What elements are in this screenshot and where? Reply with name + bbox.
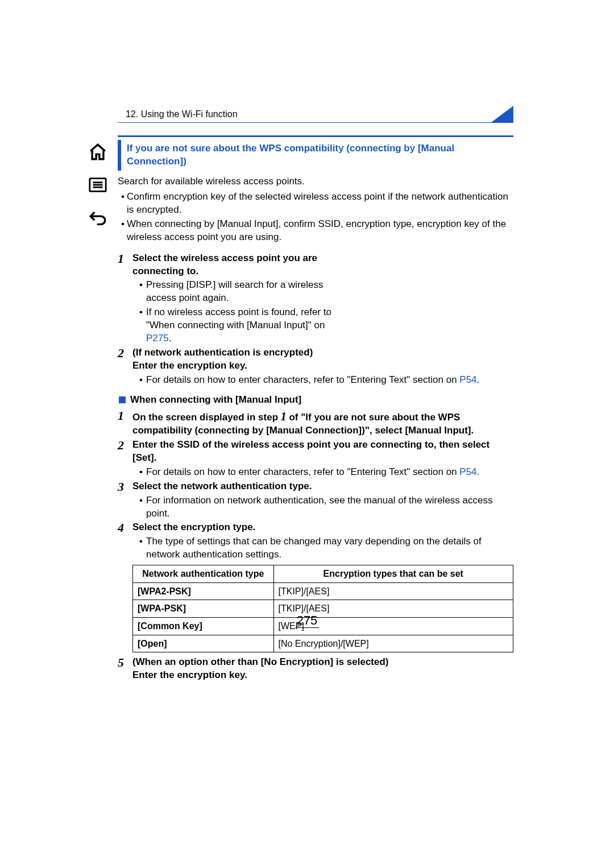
- table-row: [Open][No Encryption]/[WEP]: [133, 635, 513, 652]
- step-item: 1 Select the wireless access point you a…: [118, 252, 513, 346]
- toc-icon[interactable]: [88, 175, 107, 195]
- bullet-text: When connecting by [Manual Input], confi…: [127, 218, 513, 244]
- step-title: On the screen displayed in step 1 of "If…: [132, 409, 513, 437]
- step-title: Select the encryption type.: [132, 521, 513, 534]
- sub-text: If no wireless access point is found, re…: [146, 306, 343, 345]
- sub-text: For information on network authenticatio…: [146, 494, 513, 520]
- step-title-line: (If network authentication is encrypted): [132, 346, 513, 359]
- step-title-line: Enter the encryption key.: [132, 359, 513, 373]
- step-title-line: Enter the encryption key.: [132, 669, 513, 682]
- step-number: 3: [118, 480, 132, 520]
- step-number: 5: [118, 656, 132, 682]
- chapter-label: 12. Using the Wi-Fi function: [126, 108, 238, 121]
- nav-sidebar: [88, 142, 111, 241]
- heading-text: When connecting with [Manual Input]: [130, 394, 301, 407]
- step-title: Select the network authentication type.: [132, 480, 513, 493]
- step-item: 4 Select the encryption type. •The type …: [118, 521, 513, 561]
- step-item: 5 (When an option other than [No Encrypt…: [118, 656, 513, 682]
- intro-text: Search for available wireless access poi…: [118, 175, 513, 188]
- step-item: 2 Enter the SSID of the wireless access …: [118, 439, 513, 479]
- sub-text: Pressing [DISP.] will search for a wirel…: [146, 279, 343, 305]
- page-link[interactable]: P54: [459, 466, 476, 477]
- step-number: 1: [118, 252, 132, 346]
- step-item: 3 Select the network authentication type…: [118, 480, 513, 520]
- step-number: 2: [118, 346, 132, 387]
- sub-text: For details on how to enter characters, …: [146, 374, 513, 387]
- bullet-text: Confirm encryption key of the selected w…: [127, 191, 513, 217]
- step-item: 2 (If network authentication is encrypte…: [118, 346, 513, 387]
- step-number: 2: [118, 439, 132, 479]
- page-link[interactable]: P54: [459, 374, 476, 385]
- page-link[interactable]: P275: [146, 333, 169, 344]
- step-number: 1: [118, 409, 132, 437]
- page-number: 275: [0, 612, 614, 629]
- table-header: Network authentication type: [133, 565, 274, 583]
- step-title: Select the wireless access point you are…: [132, 252, 343, 278]
- table-header: Encryption types that can be set: [273, 565, 513, 583]
- step-title-line: (When an option other than [No Encryptio…: [132, 656, 513, 669]
- step-number: 4: [118, 521, 132, 561]
- callout-title: If you are not sure about the WPS compat…: [127, 142, 508, 168]
- step-title: Enter the SSID of the wireless access po…: [132, 439, 513, 465]
- sub-text: The type of settings that can be changed…: [146, 535, 513, 561]
- home-icon[interactable]: [88, 142, 107, 162]
- step-item: 1 On the screen displayed in step 1 of "…: [118, 409, 513, 437]
- square-bullet-icon: [119, 396, 126, 403]
- chapter-header: 12. Using the Wi-Fi function: [118, 109, 513, 126]
- encryption-table: Network authentication type Encryption t…: [132, 565, 513, 652]
- subsection-heading: When connecting with [Manual Input]: [118, 394, 513, 407]
- sub-text: For details on how to enter characters, …: [146, 466, 513, 479]
- section-callout: If you are not sure about the WPS compat…: [118, 140, 513, 171]
- intro-bullets: •Confirm encryption key of the selected …: [118, 191, 513, 244]
- back-icon[interactable]: [88, 208, 107, 228]
- table-row: [WPA2-PSK][TKIP]/[AES]: [133, 582, 513, 600]
